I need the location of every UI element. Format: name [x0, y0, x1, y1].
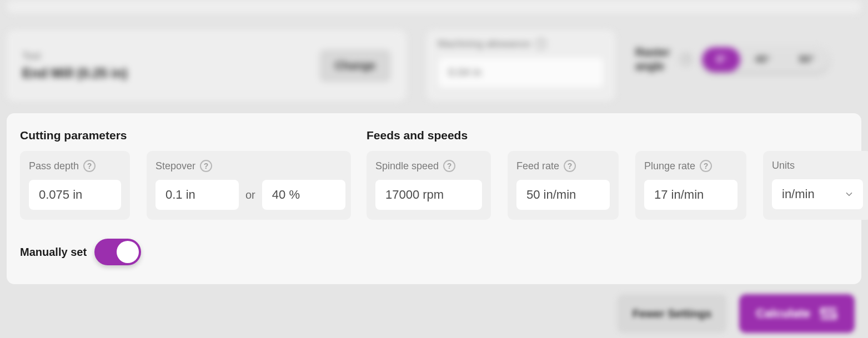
toolpath-icon	[819, 304, 838, 323]
manually-set-row: Manually set	[20, 239, 848, 265]
stepover-card: Stepover ? or	[147, 151, 351, 220]
tool-label: Tool	[22, 51, 127, 62]
help-icon[interactable]: ?	[535, 38, 547, 50]
footer-actions: Fewer Settings Calculate	[0, 284, 868, 333]
pass-depth-card: Pass depth ?	[20, 151, 130, 220]
parameters-panel: Cutting parameters Pass depth ? Stepover…	[7, 113, 861, 284]
stepover-length-input[interactable]	[155, 180, 239, 210]
feed-rate-input[interactable]	[516, 180, 610, 210]
calculate-button[interactable]: Calculate	[739, 294, 855, 333]
blurred-banner	[7, 0, 861, 13]
stepover-label: Stepover	[155, 160, 195, 172]
raster-option-45[interactable]: 45°	[740, 47, 784, 72]
plunge-rate-label: Plunge rate	[644, 160, 695, 172]
raster-angle-block: Rasterangle ? 0° 45° 90°	[635, 30, 829, 73]
tool-name: End Mill (0.25 in)	[22, 65, 127, 81]
raster-angle-segmented: 0° 45° 90°	[702, 47, 829, 72]
calculate-button-label: Calculate	[756, 306, 810, 321]
pass-depth-label: Pass depth	[29, 160, 79, 172]
change-tool-button[interactable]: Change	[319, 49, 391, 82]
fewer-settings-button[interactable]: Fewer Settings	[617, 294, 727, 333]
help-icon[interactable]: ?	[564, 160, 576, 172]
spindle-speed-card: Spindle speed ?	[367, 151, 491, 220]
plunge-rate-input[interactable]	[644, 180, 737, 210]
cutting-parameters-section: Cutting parameters Pass depth ? Stepover…	[20, 129, 351, 220]
machining-allowance-label: Machining allowance	[438, 38, 530, 50]
manually-set-label: Manually set	[20, 246, 87, 259]
raster-angle-label: Rasterangle	[635, 46, 670, 73]
stepover-percent-input[interactable]	[262, 180, 345, 210]
units-select[interactable]	[772, 179, 863, 209]
feeds-speeds-section: Feeds and speeds Spindle speed ? Feed ra…	[367, 129, 868, 220]
machining-allowance-input[interactable]	[438, 57, 604, 88]
manually-set-toggle[interactable]	[94, 239, 141, 265]
raster-option-90[interactable]: 90°	[785, 47, 829, 72]
help-icon[interactable]: ?	[443, 160, 455, 172]
tool-card: Tool End Mill (0.25 in) Change	[7, 30, 407, 101]
help-icon[interactable]: ?	[700, 160, 712, 172]
help-icon[interactable]: ?	[200, 160, 212, 172]
spindle-speed-input[interactable]	[375, 180, 482, 210]
plunge-rate-card: Plunge rate ?	[635, 151, 746, 220]
stepover-or-label: or	[245, 189, 255, 201]
help-icon[interactable]: ?	[680, 53, 692, 65]
help-icon[interactable]: ?	[83, 160, 96, 172]
toggle-knob	[117, 241, 139, 263]
feeds-speeds-title: Feeds and speeds	[367, 129, 868, 142]
cutting-parameters-title: Cutting parameters	[20, 129, 351, 142]
pass-depth-input[interactable]	[29, 180, 121, 210]
feed-rate-label: Feed rate	[516, 160, 559, 172]
spindle-speed-label: Spindle speed	[375, 160, 439, 172]
raster-option-0[interactable]: 0°	[702, 47, 740, 72]
machining-allowance-card: Machining allowance ?	[427, 30, 615, 101]
units-label: Units	[772, 160, 795, 171]
units-card: Units	[763, 151, 868, 220]
feed-rate-card: Feed rate ?	[508, 151, 619, 220]
